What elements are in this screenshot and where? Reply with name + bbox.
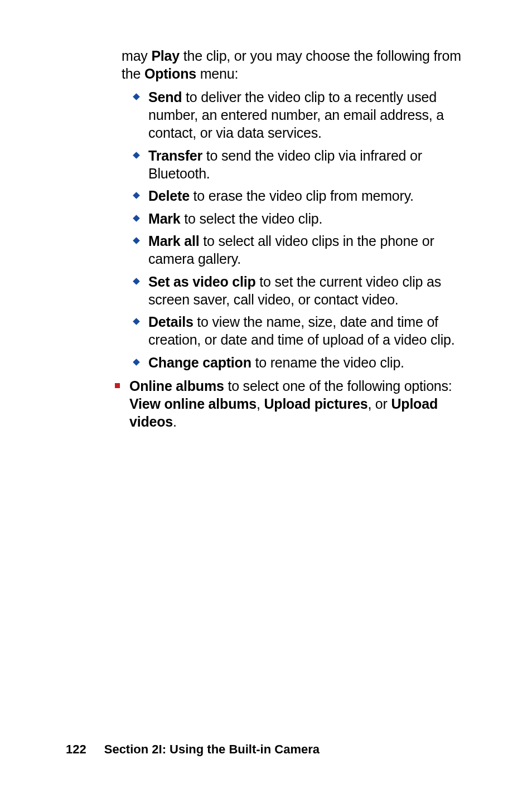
list-item: Set as video clip to set the current vid… [132, 273, 476, 308]
list-item-bold: Delete [148, 188, 190, 204]
list-item-text: to erase the video clip from memory. [190, 188, 414, 204]
document-page: may Play the clip, or you may choose the… [0, 0, 532, 798]
intro-bold-play: Play [151, 48, 180, 64]
list-item-bold: Details [148, 314, 194, 330]
intro-post: menu: [196, 66, 238, 81]
intro-bold-options: Options [144, 66, 196, 81]
square-mid-1: to select one of the following options: [224, 378, 452, 394]
square-bold-2: View online albums [129, 396, 257, 412]
list-item-bold: Mark [148, 211, 181, 226]
square-sep-1: , [257, 396, 264, 412]
section-title: Section 2I: Using the Built-in Camera [104, 742, 320, 756]
list-item: Mark all to select all video clips in th… [132, 232, 476, 268]
page-number: 122 [66, 742, 86, 756]
list-item: Mark to select the video clip. [132, 210, 476, 228]
list-item: Send to deliver the video clip to a rece… [132, 88, 476, 142]
list-item-text: to deliver the video clip to a recently … [148, 89, 444, 141]
list-item-text: to view the name, size, date and time of… [148, 314, 454, 347]
list-item-bold: Change caption [148, 355, 252, 370]
list-item-online-albums: Online albums to select one of the follo… [113, 377, 476, 431]
options-list: Send to deliver the video clip to a rece… [122, 88, 476, 431]
list-item: Details to view the name, size, date and… [132, 313, 476, 349]
intro-pre: may [122, 48, 151, 64]
list-item: Transfer to send the video clip via infr… [132, 147, 476, 182]
list-item-bold: Mark all [148, 233, 200, 249]
square-sep-2: , or [367, 396, 391, 412]
intro-paragraph: may Play the clip, or you may choose the… [122, 47, 476, 83]
square-end: . [173, 414, 177, 429]
list-item-bold: Transfer [148, 148, 202, 163]
square-bold-3: Upload pictures [264, 396, 367, 412]
list-item-text: to select the video clip. [181, 211, 323, 226]
list-item: Change caption to rename the video clip. [132, 354, 476, 371]
list-item: Delete to erase the video clip from memo… [132, 187, 476, 205]
page-footer: 122Section 2I: Using the Built-in Camera [66, 742, 320, 757]
list-item-bold: Send [148, 89, 182, 105]
list-item-bold: Set as video clip [148, 274, 256, 289]
square-bold-1: Online albums [129, 378, 224, 394]
list-item-text: to rename the video clip. [252, 355, 404, 370]
